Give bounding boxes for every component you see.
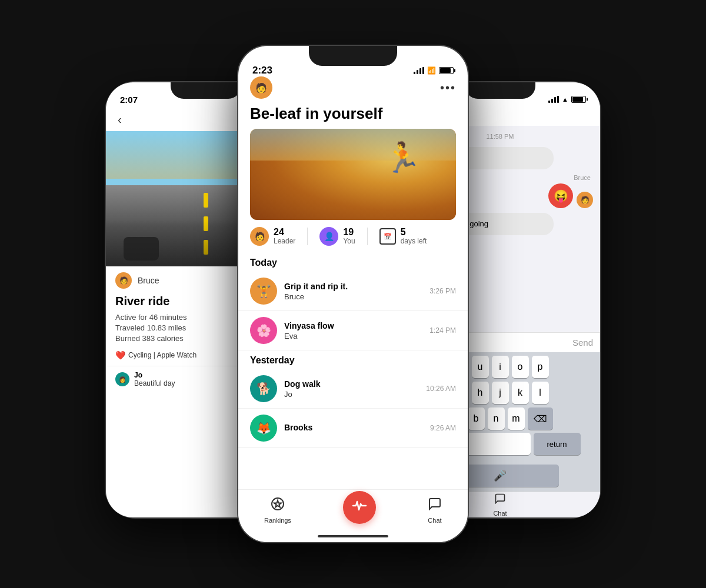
key-l[interactable]: l xyxy=(532,382,549,404)
tag-text: Cycling | Apple Watch xyxy=(128,351,197,359)
key-return[interactable]: return xyxy=(534,433,581,455)
center-avatar-img: 🧑 xyxy=(250,76,272,99)
center-content: 2:23 📶 xyxy=(238,46,468,542)
right-nav-chat[interactable]: Chat xyxy=(493,493,507,517)
activity-info-eva: Vinyasa flow Eva xyxy=(284,321,422,340)
activity-avatar-eva: 🌸 xyxy=(250,317,277,344)
eva-emoji: 🌸 xyxy=(257,323,271,338)
calendar-icon: 📅 xyxy=(379,228,396,245)
challenge-sky xyxy=(250,129,456,161)
key-n[interactable]: n xyxy=(488,407,505,430)
right-signal xyxy=(548,96,559,103)
rankings-icon xyxy=(271,497,285,514)
center-time: 2:23 xyxy=(252,65,272,76)
key-j[interactable]: j xyxy=(492,382,509,404)
challenge-image: 🏃 xyxy=(250,129,456,220)
r-signal-3 xyxy=(554,97,556,103)
activity-avatar-jo: 🐕 xyxy=(250,375,277,402)
bruce-bubble-row: 😝 🧑 xyxy=(548,183,593,208)
center-screen: 2:23 📶 xyxy=(238,46,468,542)
right-chat-icon xyxy=(494,493,506,507)
right-notch xyxy=(465,82,535,99)
you-avatar: 👤 xyxy=(319,227,338,246)
bruce-msg-avatar: 🧑 xyxy=(577,192,593,208)
activity-name-brooks: Brooks xyxy=(284,423,423,432)
center-battery-fill xyxy=(440,68,451,73)
rankings-label: Rankings xyxy=(264,517,291,524)
c-signal-4 xyxy=(422,67,424,74)
chat-label: Chat xyxy=(428,517,441,524)
center-notch xyxy=(309,46,397,66)
key-i[interactable]: i xyxy=(492,356,509,378)
road-line-1 xyxy=(204,193,208,208)
leader-count: 24 xyxy=(274,228,295,237)
center-header: 🧑 ••• xyxy=(238,72,468,105)
activity-item-brooks[interactable]: 🦊 Brooks 9:26 AM xyxy=(238,409,468,448)
key-u[interactable]: u xyxy=(472,356,489,378)
left-notch xyxy=(171,82,241,99)
activity-time-brooks: 9:26 AM xyxy=(430,424,456,432)
bruce-sender-label: Bruce xyxy=(574,174,593,181)
send-button[interactable]: Send xyxy=(572,338,593,348)
nav-rankings[interactable]: Rankings xyxy=(264,497,291,524)
yesterday-header: Yesterday xyxy=(238,350,468,369)
r-signal-1 xyxy=(548,101,550,103)
stat-sep-2 xyxy=(367,228,368,245)
you-label: You xyxy=(343,237,355,245)
phone-center: 2:23 📶 xyxy=(238,46,468,542)
center-status-icons: 📶 xyxy=(414,66,454,75)
activity-time-bruce: 3:26 PM xyxy=(429,287,456,295)
c-signal-3 xyxy=(419,68,421,74)
jo-emoji: 🐕 xyxy=(257,382,271,396)
nav-fab-button[interactable] xyxy=(343,491,376,524)
left-comment-avatar-emoji: 👩 xyxy=(119,376,126,383)
c-signal-1 xyxy=(414,72,415,74)
emoji-bubble: 😝 xyxy=(548,183,573,208)
activity-item-jo[interactable]: 🐕 Dog walk Jo 10:26 AM xyxy=(238,369,468,409)
activity-person-bruce: Bruce xyxy=(284,292,422,301)
message-emoji: 😝 xyxy=(554,189,568,203)
activity-avatar-bruce: 🏋️ xyxy=(250,278,277,305)
left-time: 2:07 xyxy=(120,95,138,105)
center-title: Be-leaf in yourself xyxy=(238,105,468,129)
menu-dots[interactable]: ••• xyxy=(440,81,456,95)
key-h[interactable]: h xyxy=(472,382,489,404)
back-arrow: ‹ xyxy=(118,113,122,126)
activity-name-eva: Vinyasa flow xyxy=(284,321,422,330)
pulse-icon xyxy=(352,498,367,517)
stat-you: 👤 19 You xyxy=(319,227,355,246)
right-battery-icon xyxy=(571,96,586,103)
key-b[interactable]: b xyxy=(468,407,485,430)
brooks-emoji: 🦊 xyxy=(257,421,271,435)
left-profile-avatar: 🧑 xyxy=(115,272,132,289)
runner-figure: 🏃 xyxy=(384,141,421,175)
activity-name-bruce: Grip it and rip it. xyxy=(284,282,422,291)
leader-avatar: 🧑 xyxy=(250,227,269,246)
left-comment-avatar: 👩 xyxy=(115,372,129,386)
key-o[interactable]: o xyxy=(512,356,529,378)
key-m[interactable]: m xyxy=(508,407,525,430)
activity-time-jo: 10:26 AM xyxy=(426,385,456,393)
activity-item-eva[interactable]: 🌸 Vinyasa flow Eva 1:24 PM xyxy=(238,311,468,350)
key-backspace[interactable]: ⌫ xyxy=(528,407,553,430)
dune-gradient xyxy=(250,129,456,220)
c-signal-2 xyxy=(417,70,418,74)
activity-item-bruce[interactable]: 🏋️ Grip it and rip it. Bruce 3:26 PM xyxy=(238,272,468,311)
center-battery-icon xyxy=(439,67,454,74)
key-p[interactable]: p xyxy=(532,356,549,378)
days-count: 5 xyxy=(401,228,427,237)
nav-chat[interactable]: Chat xyxy=(428,497,442,524)
stat-days: 📅 5 days left xyxy=(379,228,427,245)
right-status-icons: ▲ xyxy=(548,96,586,103)
center-signal xyxy=(414,67,424,74)
phones-container: 2:07 ▲ xyxy=(88,29,618,559)
days-stat-text: 5 days left xyxy=(401,228,427,245)
you-stat-text: 19 You xyxy=(343,228,355,245)
chat-icon xyxy=(428,497,442,514)
center-avatar[interactable]: 🧑 xyxy=(250,76,272,99)
key-k[interactable]: k xyxy=(512,382,529,404)
heart-icon: ❤️ xyxy=(115,350,125,360)
activity-person-jo: Jo xyxy=(284,390,419,399)
center-home-indicator xyxy=(318,535,388,537)
leader-label: Leader xyxy=(274,237,295,245)
